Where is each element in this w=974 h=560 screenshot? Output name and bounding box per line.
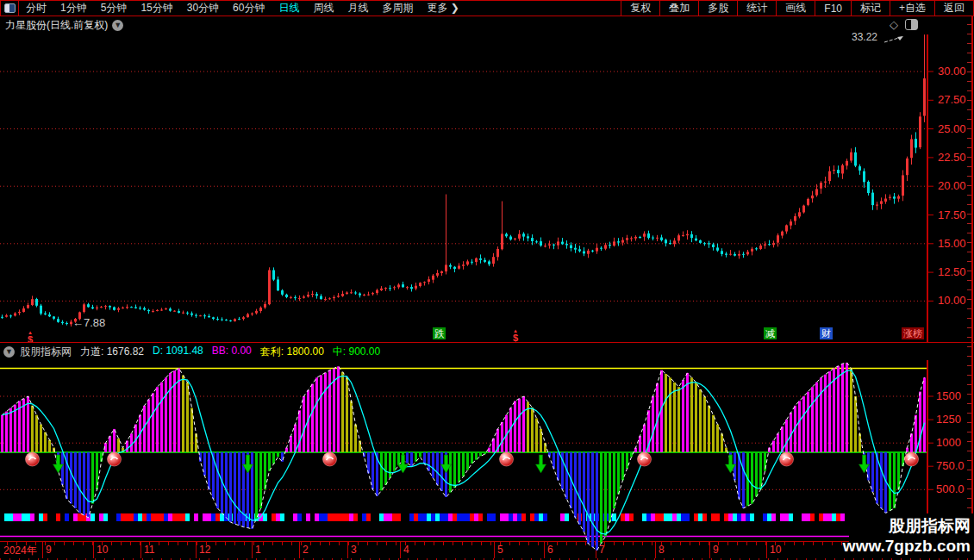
color-ribbon	[0, 513, 927, 521]
trading-app-window: 分时1分钟5分钟15分钟30分钟60分钟日线周线月线多周期更多 ❯ 复权叠加多股…	[0, 0, 974, 560]
diamond-marker-icon[interactable]: ◇	[890, 19, 898, 30]
period-tab-m15[interactable]: 15分钟	[134, 1, 179, 16]
title-dropdown-icon[interactable]: ▼	[112, 20, 123, 31]
menu-item-diejia[interactable]: 叠加	[659, 1, 698, 16]
indicator-value-4: 中: 900.00	[333, 345, 380, 359]
buy-balls	[26, 452, 919, 466]
svg-text:1000: 1000	[936, 436, 961, 449]
minor-tick	[396, 542, 396, 545]
period-tab-m60[interactable]: 60分钟	[226, 1, 272, 16]
menu-item-f10[interactable]: F10	[815, 1, 851, 16]
pane-layout-icon[interactable]	[905, 19, 918, 30]
period-tab-m1[interactable]: 1分钟	[53, 1, 94, 16]
main-price-chart[interactable]: 30.0027.5025.0022.5020.0017.5015.0012.50…	[0, 34, 974, 342]
minor-tick	[490, 542, 491, 545]
menu-item-fuquan[interactable]: 复权	[621, 1, 659, 16]
menu-item-biaoji[interactable]: 标记	[851, 1, 890, 16]
period-toolbar: 分时1分钟5分钟15分钟30分钟60分钟日线周线月线多周期更多 ❯ 复权叠加多股…	[0, 0, 974, 16]
minor-tick	[471, 542, 472, 545]
period-tab-m30[interactable]: 30分钟	[180, 1, 226, 16]
month-separator	[709, 542, 710, 558]
minor-tick	[16, 542, 17, 545]
svg-text:500.0: 500.0	[936, 482, 965, 495]
svg-text:22.50: 22.50	[938, 151, 966, 164]
menu-item-tongji[interactable]: 统计	[737, 1, 776, 16]
month-label-0: 9	[46, 544, 52, 556]
menu-item-huaxian[interactable]: 画线	[776, 1, 815, 16]
month-label-6: 3	[351, 544, 357, 556]
minor-tick	[320, 542, 321, 545]
minor-tick	[206, 542, 207, 545]
minor-tick	[462, 542, 463, 545]
buy-ball-icon	[323, 452, 337, 466]
minor-tick	[282, 542, 283, 545]
minor-tick	[7, 542, 8, 545]
minor-tick	[377, 542, 378, 545]
sell-arrow-icon	[398, 455, 409, 473]
minor-tick	[595, 542, 596, 545]
chart-titlebar: 力星股份(日线.前复权) ▼	[0, 16, 974, 34]
minor-tick	[443, 542, 444, 545]
month-separator	[252, 542, 253, 558]
minor-tick	[822, 542, 823, 545]
period-tab-fenshi[interactable]: 分时	[19, 1, 53, 16]
stock-title: 力星股份(日线.前复权)	[5, 18, 108, 33]
minor-tick	[832, 542, 833, 545]
minor-tick	[699, 542, 700, 545]
year-label: 2024年	[3, 544, 37, 558]
minor-tick	[35, 542, 36, 545]
month-label-1: 10	[97, 544, 108, 556]
buy-ball-icon	[638, 452, 652, 466]
grid-layout-icon[interactable]	[1, 1, 19, 16]
minor-tick	[756, 542, 757, 545]
period-tab-zhouxian[interactable]: 周线	[306, 1, 340, 16]
minor-tick	[623, 542, 624, 545]
buy-ball-icon	[108, 452, 122, 466]
month-separator	[766, 542, 767, 558]
minor-tick	[92, 542, 93, 545]
oscillator-pane[interactable]: 150012501000750.0500.0	[0, 360, 974, 560]
menu-item-fanhui[interactable]: 返回	[934, 1, 973, 16]
period-tab-yuexian[interactable]: 月线	[340, 1, 375, 16]
buy-ball-icon	[500, 452, 514, 466]
indicator-value-2: BB: 0.00	[212, 345, 252, 359]
minor-tick	[102, 542, 103, 545]
minor-tick	[215, 542, 216, 545]
month-label-7: 4	[403, 544, 409, 556]
oscillator-bars	[1, 363, 926, 551]
minor-tick	[310, 542, 311, 545]
indicator-collapse-icon[interactable]: ▼	[3, 346, 15, 358]
indicator-header: ▼ 股朋指标网 力道: 1676.82D: 1091.48BB: 0.00套利:…	[0, 343, 974, 360]
event-badge-1: 跌	[433, 327, 446, 339]
minor-tick	[746, 542, 747, 545]
minor-tick	[500, 542, 501, 545]
minor-tick	[253, 542, 254, 545]
svg-text:750.0: 750.0	[936, 459, 965, 472]
period-tab-m5[interactable]: 5分钟	[94, 1, 134, 16]
minor-tick	[73, 542, 74, 545]
minor-tick	[690, 542, 690, 545]
minor-tick	[272, 542, 273, 545]
time-axis[interactable]: 2024年 910111212345678910	[0, 541, 927, 559]
period-tab-rixian[interactable]: 日线	[272, 1, 306, 16]
pane-window-icons: ◇	[890, 19, 918, 30]
minor-tick	[841, 542, 842, 545]
minor-tick	[784, 542, 785, 545]
month-label-3: 12	[199, 544, 210, 556]
event-badge-4: 财	[820, 327, 833, 339]
minor-tick	[528, 542, 529, 545]
month-label-4: 1	[255, 544, 261, 556]
minor-tick	[680, 542, 681, 545]
split-view-icon	[4, 3, 16, 13]
period-tab-duozhouqi[interactable]: 多周期	[375, 1, 420, 16]
menu-item-duogu[interactable]: 多股	[698, 1, 737, 16]
minor-tick	[671, 542, 671, 545]
right-scroll-axis[interactable]	[967, 16, 973, 558]
menu-item-zixuan[interactable]: +自选	[890, 1, 934, 16]
period-tab-gengduo[interactable]: 更多 ❯	[420, 1, 465, 16]
month-label-8: 5	[497, 544, 503, 556]
minor-tick	[149, 542, 150, 545]
month-separator	[42, 542, 43, 558]
month-separator	[140, 542, 141, 558]
minor-tick	[642, 542, 643, 545]
